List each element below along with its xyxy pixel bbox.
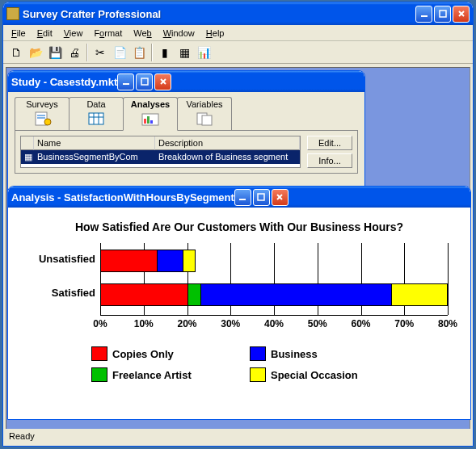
study-maximize-button[interactable] [136,73,153,90]
chart-bar-segment [100,283,187,306]
menu-edit[interactable]: Edit [32,27,57,40]
analysis-close-button[interactable] [272,189,289,206]
chart-button[interactable]: 📊 [194,43,213,62]
svg-rect-23 [258,194,264,200]
app-maximize-button[interactable] [434,6,451,23]
chart-x-tick: 10% [134,318,154,329]
cut-button[interactable]: ✂ [91,43,110,62]
app-close-button[interactable] [453,6,470,23]
svg-point-11 [44,119,51,125]
analysis-title: Analysis - SatisfactionWithHoursBySegmen… [11,191,234,204]
print-button[interactable]: 🖨 [65,43,84,62]
chart-x-tick: 20% [177,318,196,329]
svg-rect-19 [150,120,153,124]
status-text: Ready [9,431,35,441]
analysis-minimize-button[interactable] [234,189,251,206]
paste-icon: 📋 [133,46,146,59]
table-button[interactable]: ▦ [175,43,194,62]
tab-surveys[interactable]: Surveys [15,97,70,131]
legend-item: Copies Only [91,346,229,361]
chart-legend: Copies OnlyBusinessFreelance ArtistSpeci… [23,346,456,382]
save-button[interactable]: 💾 [45,43,65,62]
chart-x-tick: 50% [308,318,327,329]
analysis-title-bar: Analysis - SatisfactionWithHoursBySegmen… [8,187,470,208]
col-name-header[interactable]: Name [34,136,155,150]
variables-icon [195,111,214,127]
copy-icon: 📄 [113,46,127,59]
surveys-icon [32,111,52,127]
legend-label: Freelance Artist [112,369,192,381]
app-minimize-button[interactable] [415,6,432,23]
app-title-bar: Survey Crafter Professional [3,2,473,25]
chart-y-label: Satisfied [23,287,95,299]
chart-gridline [448,243,449,315]
chart-area: How Satisfied Are Our Customers With Our… [8,208,470,419]
paste-button[interactable]: 📋 [129,43,149,62]
chart-bar-segment [200,283,392,306]
analysis-window: Analysis - SatisfactionWithHoursBySegmen… [7,186,471,420]
legend-label: Special Occasion [271,369,358,381]
svg-rect-0 [421,15,428,17]
edit-button[interactable]: Edit... [307,136,352,150]
chart-title: How Satisfied Are Our Customers With Our… [23,220,456,233]
chart-x-tick: 40% [264,318,284,329]
menu-window[interactable]: Window [158,27,200,40]
analyses-list[interactable]: Name Description ▦ BusinessSegmentByCom … [20,136,301,168]
app-title: Survey Crafter Professional [23,8,415,20]
menu-web[interactable]: Web [128,27,156,40]
analysis-maximize-button[interactable] [253,189,270,206]
row-desc: Breakdown of Business segment [155,150,300,164]
study-window-buttons [117,73,171,90]
menu-view[interactable]: View [59,27,88,40]
tab-variables[interactable]: Variables [177,97,232,131]
svg-rect-22 [239,199,246,200]
study-tabs: Surveys Data Analyses Variables [8,92,364,131]
chart-x-tick: 80% [438,318,457,329]
row-name: BusinessSegmentByCom [34,150,155,164]
chart-bar-segment [391,283,448,306]
app-window-buttons [415,6,470,23]
toolbar-separator [151,44,153,61]
study-close-button[interactable] [154,73,171,90]
study-minimize-button[interactable] [117,73,134,90]
menu-bar: File Edit View Format Web Window Help [3,25,473,41]
analysis-button[interactable]: ▮ [155,43,175,62]
tab-surveys-label: Surveys [19,99,65,109]
cut-icon: ✂ [95,46,105,59]
legend-swatch [250,346,266,361]
tab-variables-label: Variables [181,99,228,109]
open-button[interactable]: 📂 [26,43,45,62]
tab-data-label: Data [73,99,120,109]
copy-button[interactable]: 📄 [110,43,129,62]
info-button[interactable]: Info... [307,153,352,168]
col-icon-header[interactable] [21,136,34,150]
svg-rect-18 [147,116,150,124]
svg-rect-4 [123,83,129,85]
study-title: Study - Casestdy.mkt [11,76,117,88]
toolbar: 🗋 📂 💾 🖨 ✂ 📄 📋 ▮ ▦ 📊 [3,41,473,64]
list-body: ▦ BusinessSegmentByCom Breakdown of Busi… [20,150,301,168]
tab-analyses[interactable]: Analyses [123,97,178,131]
row-icon: ▦ [21,150,34,164]
chart-bar-segment [100,250,157,272]
menu-file[interactable]: File [6,27,31,40]
legend-swatch [250,367,266,382]
list-row[interactable]: ▦ BusinessSegmentByCom Breakdown of Busi… [21,150,300,164]
col-desc-header[interactable]: Description [155,136,300,150]
tab-analyses-label: Analyses [127,99,174,109]
svg-rect-17 [144,119,146,124]
chart-x-tick: 60% [351,318,370,329]
analyses-tab-content: Name Description ▦ BusinessSegmentByCom … [15,130,358,174]
chart-y-label: Unsatisfied [23,253,95,265]
status-bar: Ready [6,429,470,443]
print-icon: 🖨 [69,46,80,59]
new-button[interactable]: 🗋 [6,43,26,62]
legend-item: Freelance Artist [91,367,229,382]
app-icon [6,7,19,20]
tab-data[interactable]: Data [69,97,124,131]
toolbar-separator [86,44,88,61]
save-icon: 💾 [48,46,62,59]
menu-help[interactable]: Help [201,27,230,40]
analyses-icon [141,111,160,127]
menu-format[interactable]: Format [89,27,127,40]
